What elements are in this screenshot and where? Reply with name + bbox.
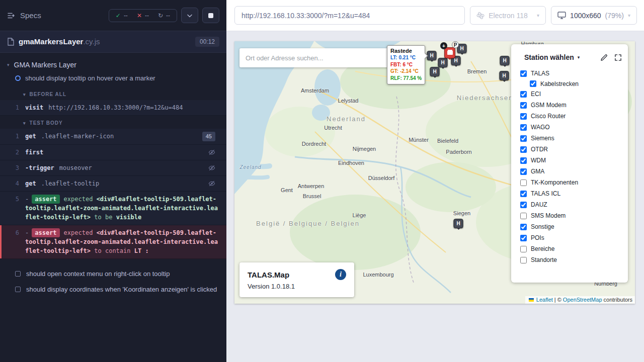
command-row[interactable]: 1get.leaflet-marker-icon45 xyxy=(0,129,226,145)
layer-item[interactable]: WDM xyxy=(520,155,623,166)
viewport-icon xyxy=(557,12,566,19)
layer-checkbox[interactable] xyxy=(520,157,527,164)
layer-item[interactable]: Cisco Router xyxy=(520,111,623,122)
layer-label: WAGO xyxy=(531,124,550,131)
osm-link[interactable]: OpenStreetMap xyxy=(563,297,602,303)
layer-checkbox[interactable] xyxy=(520,146,527,153)
layer-label: Standorte xyxy=(531,256,557,263)
map-search[interactable] xyxy=(239,48,392,67)
layer-item[interactable]: TALAS ICL xyxy=(520,188,623,199)
layer-item[interactable]: GMA xyxy=(520,166,623,177)
command-row[interactable]: 4get.leaflet-tooltip xyxy=(0,176,226,192)
layer-checkbox[interactable] xyxy=(520,102,527,109)
active-test-row[interactable]: should display tooltip on hover over a m… xyxy=(0,72,226,87)
url-bar[interactable]: http://192.168.10.33:3000/?m=12&u=484 xyxy=(234,6,465,25)
layer-checkbox[interactable] xyxy=(520,113,527,120)
layer-item[interactable]: SMS Modem xyxy=(520,210,623,221)
layer-item[interactable]: POIs xyxy=(520,232,623,243)
layer-checkbox[interactable] xyxy=(520,91,527,98)
layer-checkbox[interactable] xyxy=(520,168,527,175)
device-glyph xyxy=(447,51,453,55)
layer-checkbox[interactable] xyxy=(520,235,527,241)
red-station-marker[interactable] xyxy=(444,47,455,58)
stop-button[interactable] xyxy=(202,8,219,23)
layer-item[interactable]: WAGO xyxy=(520,122,623,133)
check-icon: ✓ xyxy=(116,12,121,19)
layer-item[interactable]: Standorte xyxy=(520,254,623,265)
station-marker-icon[interactable]: H xyxy=(500,56,510,65)
layer-label: SMS Modem xyxy=(531,212,566,219)
station-dropdown[interactable]: Station wählen ▾ xyxy=(524,53,580,61)
invisible-element-icon xyxy=(208,149,215,156)
tooltip-row: RLF: 77.54 % xyxy=(390,75,422,82)
fullscreen-icon[interactable] xyxy=(614,54,622,61)
layer-checkbox[interactable] xyxy=(520,246,527,252)
stop-icon xyxy=(208,13,213,18)
message-part: .leaflet-marker-icon xyxy=(41,133,114,140)
layer-checkbox[interactable] xyxy=(520,179,527,186)
info-icon[interactable]: i xyxy=(335,269,346,280)
command-method: get xyxy=(25,133,36,140)
parking-marker-button[interactable]: P xyxy=(452,41,459,48)
layer-checkbox[interactable] xyxy=(530,80,536,87)
section-label: BEFORE ALL xyxy=(30,92,67,97)
layer-checkbox[interactable] xyxy=(520,202,527,208)
station-marker-icon[interactable]: H xyxy=(430,67,440,76)
add-marker-button[interactable]: + xyxy=(440,42,447,49)
layer-label: OTDR xyxy=(531,146,548,153)
station-marker-icon[interactable]: H xyxy=(500,71,509,80)
map-place-label: Zeeland xyxy=(239,164,261,170)
layer-checkbox[interactable] xyxy=(520,191,527,197)
test-stats: ✓-- ✕-- ↻-- xyxy=(109,9,177,22)
station-marker-icon[interactable]: H xyxy=(454,219,463,228)
command-row[interactable]: 6-assertexpected <div#leaflet-tooltip-50… xyxy=(0,225,226,259)
layer-item[interactable]: DAUZ xyxy=(520,199,623,210)
layer-checkbox[interactable] xyxy=(520,224,527,230)
layer-label: Kabelstrecken xyxy=(540,80,579,87)
aut-panel: http://192.168.10.33:3000/?m=12&u=484 El… xyxy=(226,0,644,362)
station-marker-icon[interactable]: H xyxy=(438,58,448,67)
command-row[interactable]: 5-assertexpected <div#leaflet-tooltip-50… xyxy=(0,192,226,225)
suite-row[interactable]: ▾ GMA Markers Layer xyxy=(0,56,226,72)
pending-test-row[interactable]: should open context menu on right-click … xyxy=(0,266,226,282)
map-place-label: Siegen xyxy=(453,210,470,216)
layer-checkbox[interactable] xyxy=(520,124,527,131)
layer-item[interactable]: OTDR xyxy=(520,144,623,155)
command-row[interactable]: 3-triggermouseover xyxy=(0,160,226,176)
layer-item[interactable]: Kabelstrecken xyxy=(530,79,623,88)
map-place-label: Eindhoven xyxy=(338,160,364,166)
specs-menu-icon[interactable] xyxy=(7,12,15,20)
pending-test-row[interactable]: should display coordinates when 'Koordin… xyxy=(0,282,226,297)
layer-checkbox[interactable] xyxy=(520,257,527,263)
layer-item[interactable]: ECI xyxy=(520,88,623,100)
layer-item[interactable]: TK-Komponenten xyxy=(520,177,623,188)
map-place-label: Nederland xyxy=(327,115,366,123)
layer-item[interactable]: Siemens xyxy=(520,133,623,144)
command-method: visit xyxy=(25,104,43,111)
layer-item[interactable]: GSM Modem xyxy=(520,100,623,111)
edit-icon[interactable] xyxy=(600,54,608,61)
map-attribution: Leaflet | © OpenStreetMap contributors xyxy=(525,296,635,304)
map-place-label: Amsterdam xyxy=(301,87,329,94)
about-card: TALAS.Map i Version 1.0.18.1 xyxy=(239,262,354,297)
leaflet-link[interactable]: Leaflet xyxy=(536,297,553,303)
layer-item[interactable]: TALAS xyxy=(520,68,623,79)
section-header[interactable]: ▾TEST BODY xyxy=(0,116,226,129)
station-marker-icon[interactable]: H xyxy=(427,51,437,60)
section-header[interactable]: ▾BEFORE ALL xyxy=(0,87,226,100)
search-input[interactable] xyxy=(246,54,386,62)
command-body: -assertexpected <div#leaflet-tooltip-509… xyxy=(25,228,218,255)
layer-checkbox[interactable] xyxy=(520,70,527,77)
command-method: get xyxy=(25,180,36,187)
viewport-select[interactable]: 1000x660 (79%) ▾ xyxy=(551,6,637,25)
collapse-all-button[interactable] xyxy=(181,8,198,23)
spec-name: gmaMarkersLayer xyxy=(19,37,83,46)
browser-select[interactable]: Electron 118 ▾ xyxy=(470,6,546,25)
layer-item[interactable]: Bereiche xyxy=(520,243,623,254)
layer-checkbox[interactable] xyxy=(520,135,527,142)
specs-title[interactable]: Specs xyxy=(20,11,41,20)
command-row[interactable]: 1visithttp://192.168.10.33:3000/?m=12&u=… xyxy=(0,100,226,116)
layer-checkbox[interactable] xyxy=(520,213,527,219)
layer-item[interactable]: Sonstige xyxy=(520,221,623,232)
command-row[interactable]: 2first xyxy=(0,145,226,160)
